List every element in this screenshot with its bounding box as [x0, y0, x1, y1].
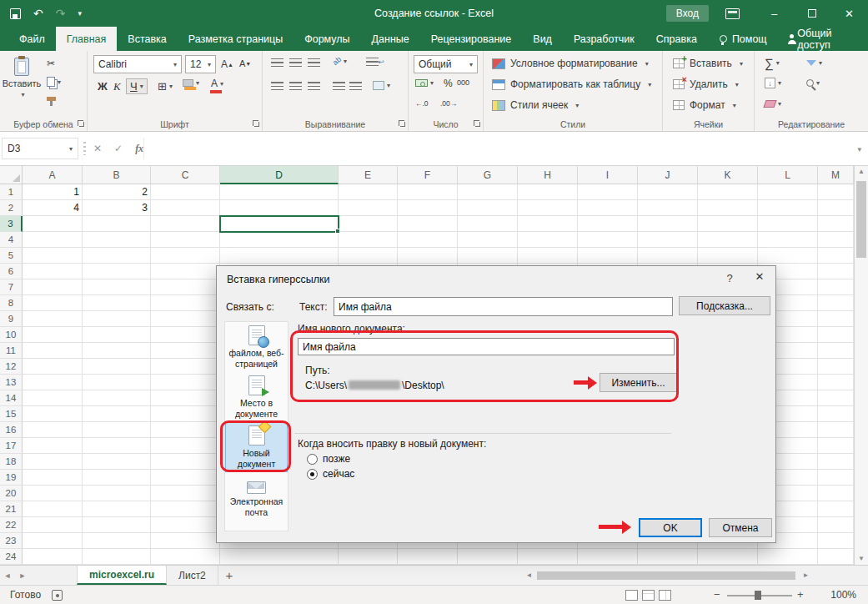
column-header-J[interactable]: J: [638, 166, 698, 184]
row-header-7[interactable]: 7: [0, 279, 23, 295]
cell-A1[interactable]: 1: [23, 184, 83, 200]
row-header-12[interactable]: 12: [0, 359, 23, 375]
accounting-format-button[interactable]: ▾: [415, 79, 434, 87]
row-header-18[interactable]: 18: [0, 454, 23, 470]
clipboard-dialog-launcher-icon[interactable]: [78, 120, 84, 127]
column-header-I[interactable]: I: [578, 166, 638, 184]
link-to-place-in-document[interactable]: Место в документе: [225, 372, 288, 422]
row-header-14[interactable]: 14: [0, 390, 23, 406]
decrease-decimal-button[interactable]: .00→: [440, 99, 457, 108]
minimize-button[interactable]: –: [755, 0, 793, 27]
row-header-2[interactable]: 2: [0, 200, 23, 216]
cell-B1[interactable]: 2: [83, 184, 151, 200]
column-header-C[interactable]: C: [151, 166, 220, 184]
vertical-scrollbar[interactable]: ▲ ▼: [854, 166, 868, 565]
row-header-17[interactable]: 17: [0, 438, 23, 454]
horizontal-scroll-thumb[interactable]: [537, 571, 795, 580]
column-header-H[interactable]: H: [518, 166, 578, 184]
column-header-F[interactable]: F: [398, 166, 458, 184]
vertical-scroll-thumb[interactable]: [856, 181, 866, 258]
font-dialog-launcher-icon[interactable]: [253, 120, 259, 127]
alignment-dialog-launcher-icon[interactable]: [399, 120, 405, 127]
font-color-button[interactable]: А▾: [211, 78, 223, 89]
cell-styles-button[interactable]: Стили ячеек▾: [492, 99, 579, 111]
link-to-file-web[interactable]: файлом, веб-страницей: [225, 322, 288, 372]
row-header-19[interactable]: 19: [0, 470, 23, 486]
ribbon-tab-1[interactable]: Главная: [56, 27, 118, 51]
borders-button[interactable]: ⊞▾: [158, 80, 173, 93]
hscroll-left-icon[interactable]: ◄: [524, 570, 534, 581]
paste-button[interactable]: Вставить ▾: [4, 54, 39, 116]
row-header-16[interactable]: 16: [0, 422, 23, 438]
row-header-21[interactable]: 21: [0, 501, 23, 517]
sheet-nav-left-icon[interactable]: ◄: [0, 566, 15, 585]
ok-button[interactable]: OK: [639, 518, 702, 537]
row-header-13[interactable]: 13: [0, 375, 23, 390]
font-name-combo[interactable]: Calibri▾: [93, 55, 182, 73]
zoom-slider-thumb[interactable]: [755, 591, 761, 600]
row-header-3[interactable]: 3: [0, 216, 23, 232]
sheet-tab-1[interactable]: Лист2: [167, 566, 218, 585]
row-header-6[interactable]: 6: [0, 264, 23, 279]
column-header-A[interactable]: A: [23, 166, 83, 184]
underline-button[interactable]: Ч▾: [126, 78, 148, 94]
row-header-11[interactable]: 11: [0, 343, 23, 359]
name-box-splitter[interactable]: [83, 142, 86, 155]
horizontal-scrollbar[interactable]: [535, 571, 799, 581]
cancel-button[interactable]: Отмена: [709, 518, 772, 537]
align-center-button[interactable]: [289, 82, 302, 90]
dialog-help-icon[interactable]: ?: [720, 272, 739, 287]
percent-style-button[interactable]: %: [444, 78, 453, 89]
row-header-10[interactable]: 10: [0, 327, 23, 343]
screentip-button[interactable]: Подсказка...: [679, 296, 770, 315]
fill-handle[interactable]: [335, 229, 340, 234]
grow-font-button[interactable]: А▲: [221, 58, 233, 70]
fill-button[interactable]: ↓▾: [765, 78, 781, 88]
active-cell-selection[interactable]: [219, 215, 339, 233]
italic-button[interactable]: К: [113, 80, 121, 93]
number-dialog-launcher-icon[interactable]: [474, 120, 480, 127]
macro-record-icon[interactable]: [52, 590, 63, 601]
wrap-text-button[interactable]: ↩: [366, 58, 384, 66]
ribbon-tab-4[interactable]: Формулы: [294, 27, 360, 51]
row-header-15[interactable]: 15: [0, 406, 23, 422]
share-button[interactable]: Общий доступ: [777, 27, 846, 51]
radio-now[interactable]: [307, 469, 318, 480]
sign-in-button[interactable]: Вход: [666, 5, 709, 22]
ribbon-tab-7[interactable]: Вид: [522, 27, 563, 51]
scroll-up-icon[interactable]: ▲: [855, 166, 868, 178]
format-as-table-button[interactable]: Форматировать как таблицу▾: [492, 78, 651, 90]
formula-input[interactable]: [143, 138, 845, 159]
insert-cells-button[interactable]: Вставить▾: [673, 58, 743, 69]
increase-decimal-button[interactable]: ←.0: [415, 99, 429, 108]
row-header-5[interactable]: 5: [0, 248, 23, 264]
zoom-in-icon[interactable]: +: [797, 586, 804, 604]
delete-cells-button[interactable]: Удалить▾: [673, 78, 739, 90]
copy-button[interactable]: ▾: [47, 77, 61, 87]
format-painter-button[interactable]: [47, 97, 56, 106]
row-header-9[interactable]: 9: [0, 311, 23, 327]
page-break-view-icon[interactable]: [659, 590, 671, 601]
align-top-button[interactable]: [271, 58, 283, 67]
zoom-out-icon[interactable]: −: [714, 586, 720, 604]
page-layout-view-icon[interactable]: [642, 590, 655, 601]
cancel-icon[interactable]: ✕: [93, 143, 102, 154]
tab-help[interactable]: Помощ: [710, 27, 777, 51]
ribbon-display-options-icon[interactable]: [725, 8, 740, 19]
clear-button[interactable]: ▾: [765, 100, 781, 108]
column-header-B[interactable]: B: [83, 166, 151, 184]
link-to-email[interactable]: Электронная почта: [225, 472, 288, 522]
hyperlink-text-input[interactable]: [334, 297, 673, 316]
increase-indent-button[interactable]: [349, 82, 362, 90]
new-sheet-button[interactable]: +: [218, 566, 240, 585]
column-header-K[interactable]: K: [698, 166, 758, 184]
align-middle-button[interactable]: [289, 58, 302, 67]
row-header-4[interactable]: 4: [0, 232, 23, 248]
row-header-22[interactable]: 22: [0, 517, 23, 533]
sort-filter-button[interactable]: ▾: [806, 59, 822, 67]
sheet-nav-right-icon[interactable]: ►: [15, 566, 30, 585]
conditional-formatting-button[interactable]: Условное форматирование▾: [492, 58, 649, 69]
zoom-level[interactable]: 100%: [830, 586, 856, 604]
ribbon-tab-6[interactable]: Рецензирование: [420, 27, 523, 51]
row-header-8[interactable]: 8: [0, 295, 23, 311]
